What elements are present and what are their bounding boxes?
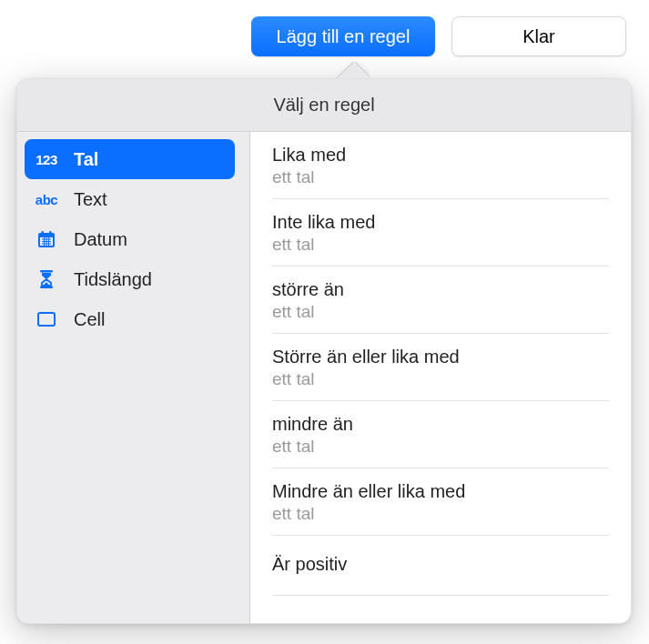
hourglass-icon [34,267,59,292]
rule-sub: ett tal [272,302,609,322]
popover-body: 123 Tal abc Text [17,132,631,623]
rule-sub: ett tal [272,167,609,187]
cell-icon [34,307,59,332]
rule-sub: ett tal [272,235,609,255]
number-icon: 123 [34,146,59,172]
sidebar-item-duration[interactable]: Tidslängd [17,259,249,299]
rule-sub: ett tal [272,437,609,457]
rule-item-is-positive[interactable]: Är positiv [272,536,609,596]
toolbar: Lägg till en regel Klar [251,16,626,56]
text-icon: abc [34,186,59,212]
rule-title: Är positiv [272,554,609,575]
sidebar-item-number[interactable]: 123 Tal [25,139,235,179]
sidebar-item-text[interactable]: abc Text [17,179,249,219]
sidebar-item-cell[interactable]: Cell [17,299,249,339]
rule-popover: Välj en regel 123 Tal abc Text [16,78,632,624]
rule-title: Lika med [272,145,609,166]
sidebar-item-label: Text [74,189,107,210]
sidebar-item-label: Cell [74,309,105,330]
sidebar-item-label: Tal [74,149,98,170]
rule-sub: ett tal [272,369,609,389]
svg-rect-12 [38,313,55,326]
calendar-icon [34,226,59,252]
svg-rect-9 [49,231,52,235]
rule-item-less-equal[interactable]: Mindre än eller lika med ett tal [272,468,609,536]
rule-category-sidebar: 123 Tal abc Text [17,132,250,623]
rule-item-equals[interactable]: Lika med ett tal [272,132,609,199]
rule-title: mindre än [272,414,609,435]
sidebar-item-date[interactable]: Datum [17,219,249,259]
popover-title: Välj en regel [17,79,631,132]
rule-title: Inte lika med [272,212,609,233]
rule-title: Mindre än eller lika med [272,481,609,502]
sidebar-item-label: Tidslängd [74,269,152,290]
rule-item-greater-than[interactable]: större än ett tal [272,267,609,334]
rule-item-less-than[interactable]: mindre än ett tal [272,401,609,468]
svg-rect-8 [42,231,45,235]
svg-rect-10 [40,270,53,273]
sidebar-item-label: Datum [74,229,127,250]
popover-arrow [337,62,370,78]
rule-list[interactable]: Lika med ett tal Inte lika med ett tal s… [250,132,631,623]
done-button[interactable]: Klar [451,16,626,56]
rule-title: större än [272,279,609,300]
add-rule-button[interactable]: Lägg till en regel [251,16,435,56]
rule-item-greater-equal[interactable]: Större än eller lika med ett tal [272,334,609,401]
rule-item-not-equals[interactable]: Inte lika med ett tal [272,199,609,267]
rule-sub: ett tal [272,504,609,524]
rule-title: Större än eller lika med [272,347,609,367]
